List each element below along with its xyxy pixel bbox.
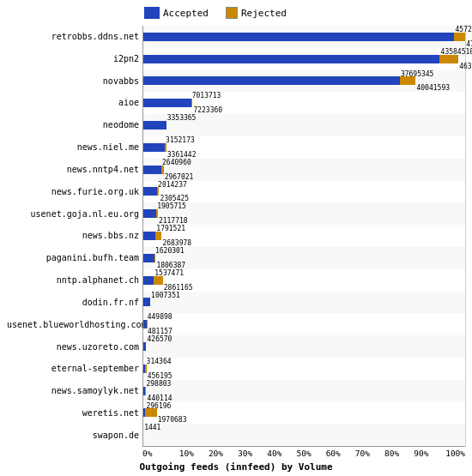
bar-rejected xyxy=(156,209,158,218)
bar-rejected xyxy=(145,408,156,417)
bar-row: 31521733361442 xyxy=(143,136,465,159)
bar-label-accepted: 43584510 xyxy=(441,48,472,56)
bar-rejected xyxy=(454,33,465,41)
y-label: news.bbs.nz xyxy=(7,232,139,240)
x-tick: 10% xyxy=(172,449,201,458)
bar-row: 17915212683978 xyxy=(143,225,465,247)
bar-accepted xyxy=(143,276,154,285)
y-label: swapon.de xyxy=(7,431,139,440)
bar-label-accepted: 449898 xyxy=(148,313,172,321)
bar-row: 3353365 xyxy=(143,114,465,136)
y-labels: retrobbs.ddns.neti2pn2novabbsaioeneodome… xyxy=(7,26,142,447)
bar-accepted xyxy=(143,33,454,41)
bar-label-rejected: 481157 xyxy=(148,328,172,335)
x-tick: 80% xyxy=(378,449,407,458)
bar-rejected xyxy=(145,365,146,373)
x-tick: 0% xyxy=(142,449,172,458)
bar-rejected xyxy=(154,276,162,285)
y-label: news.uzoreto.com xyxy=(7,343,139,352)
bar-label-rejected: 440114 xyxy=(148,395,172,402)
bar-row: 26409602967021 xyxy=(143,159,465,181)
y-label: eternal-september xyxy=(7,365,139,373)
y-label: novabbs xyxy=(7,77,139,86)
bar-label-accepted: 1791521 xyxy=(156,225,185,232)
bar-label-accepted: 426570 xyxy=(148,335,172,343)
y-label: news.samoylyk.net xyxy=(7,387,139,395)
bar-label-rejected: 40041593 xyxy=(416,84,450,92)
bar-label-rejected: 2683978 xyxy=(162,239,191,247)
legend-rejected-box xyxy=(226,7,238,19)
legend-accepted-label: Accepted xyxy=(163,8,209,19)
chart-inner: retrobbs.ddns.neti2pn2novabbsaioeneodome… xyxy=(7,26,465,447)
bar-row: 314364456195 xyxy=(143,358,465,380)
x-tick: 100% xyxy=(436,449,465,458)
bar-rejected xyxy=(155,232,161,240)
bar-row: 298803440114 xyxy=(143,380,465,402)
bar-label-rejected: 47312472 xyxy=(466,40,472,48)
bar-row: 1007351 xyxy=(143,292,465,314)
legend-rejected-label: Rejected xyxy=(241,8,287,19)
bar-row: 1441 xyxy=(143,424,465,446)
bar-label-accepted: 1441 xyxy=(144,424,160,431)
legend-accepted: Accepted xyxy=(144,7,209,19)
y-label: news.niel.me xyxy=(7,143,139,152)
bar-label-rejected: 7223360 xyxy=(193,106,222,114)
y-label: paganini.bufh.team xyxy=(7,254,139,262)
bar-row: 20142372305425 xyxy=(143,181,465,203)
x-tick: 30% xyxy=(231,449,260,458)
bar-accepted xyxy=(143,121,166,130)
y-label: aioe xyxy=(7,99,139,107)
bar-label-accepted: 1905715 xyxy=(157,202,186,210)
bar-label-rejected: 3361442 xyxy=(167,151,197,159)
bar-label-rejected: 2117718 xyxy=(159,217,188,225)
bar-label-accepted: 3353365 xyxy=(167,114,197,122)
x-tick: 20% xyxy=(201,449,230,458)
bar-accepted xyxy=(143,143,165,152)
y-label: nntp.alphanet.ch xyxy=(7,276,139,285)
y-label: retrobbs.ddns.net xyxy=(7,33,139,41)
y-label: usenet.goja.nl.eu.org xyxy=(7,210,139,219)
bar-rejected xyxy=(400,76,416,85)
legend: Accepted Rejected xyxy=(7,7,465,19)
bar-accepted xyxy=(143,209,156,218)
x-tick: 50% xyxy=(289,449,318,458)
bar-label-accepted: 2640960 xyxy=(162,159,191,166)
x-tick: 60% xyxy=(318,449,348,458)
bar-rejected xyxy=(165,143,166,152)
bar-rejected xyxy=(439,55,458,63)
bar-accepted xyxy=(143,99,191,107)
bar-accepted xyxy=(143,342,146,351)
bar-accepted xyxy=(143,55,439,63)
x-axis: 0%10%20%30%40%50%60%70%80%90%100% xyxy=(142,449,465,458)
y-label: weretis.net xyxy=(7,409,139,418)
bars-section: 4572233347312472435845104630779937695345… xyxy=(142,26,465,447)
x-tick: 70% xyxy=(348,449,377,458)
bar-label-rejected: 2967021 xyxy=(165,173,194,181)
bar-label-rejected: 46307799 xyxy=(459,63,472,70)
bar-label-accepted: 3152173 xyxy=(166,136,195,144)
y-label: dodin.fr.nf xyxy=(7,298,139,307)
bar-label-rejected: 1970683 xyxy=(158,416,187,424)
bar-rejected xyxy=(145,387,146,395)
bar-label-accepted: 1537471 xyxy=(154,269,184,277)
bar-row: 19057152117718 xyxy=(143,202,465,225)
y-label: neodome xyxy=(7,121,139,130)
grid-line xyxy=(465,26,466,446)
bar-label-accepted: 45722333 xyxy=(456,26,472,33)
bar-accepted xyxy=(143,232,155,240)
y-label: news.nntp4.net xyxy=(7,166,139,174)
legend-accepted-box xyxy=(144,7,160,19)
x-tick: 90% xyxy=(407,449,436,458)
bar-label-rejected: 1806387 xyxy=(156,262,185,269)
y-label: news.furie.org.uk xyxy=(7,188,139,196)
y-label: i2pn2 xyxy=(7,55,139,63)
bar-label-accepted: 37695345 xyxy=(401,70,434,78)
y-label: usenet.blueworldhosting.com xyxy=(7,321,139,329)
bar-label-accepted: 7013713 xyxy=(192,92,221,99)
bar-rejected xyxy=(191,99,193,107)
bar-label-rejected: 456195 xyxy=(148,372,172,380)
bar-label-accepted: 1007351 xyxy=(151,292,180,299)
chart-title: Outgoing feeds (innfeed) by Volume xyxy=(7,461,465,473)
x-tick: 40% xyxy=(260,449,289,458)
bar-accepted xyxy=(143,166,161,174)
